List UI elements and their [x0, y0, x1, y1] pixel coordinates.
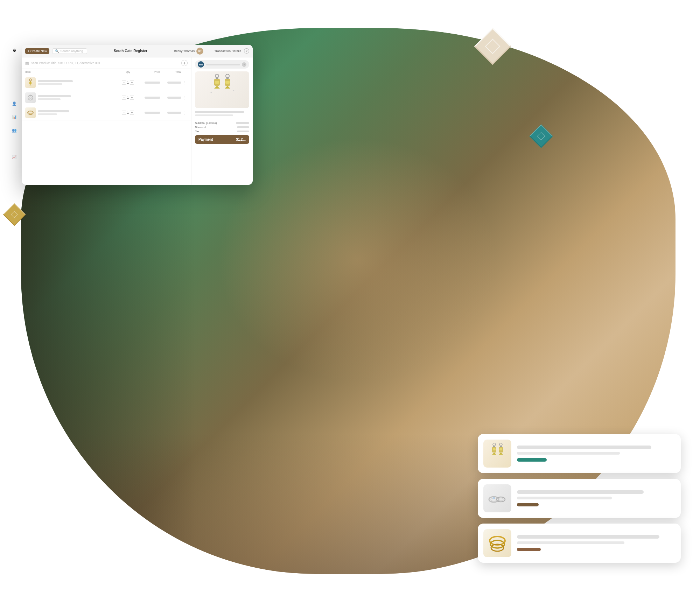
search-icon: 🔍 [55, 49, 59, 53]
svg-rect-17 [225, 81, 230, 84]
sidebar: ⚙ ◉ ▦ ◈ 👤 📊 👥 🏷 📈 [8, 45, 20, 162]
tax-row: Tax [195, 130, 249, 133]
barcode-icon: ▤ [25, 61, 29, 65]
sidebar-icon-customers[interactable]: 👤 [9, 99, 19, 108]
product-card-1[interactable] [478, 434, 681, 473]
svg-rect-2 [29, 82, 31, 84]
svg-rect-29 [499, 448, 502, 450]
card-2-info [517, 490, 675, 506]
svg-marker-30 [499, 453, 503, 455]
svg-point-6 [30, 95, 31, 96]
qty-decrease-btn-1[interactable]: − [122, 80, 126, 85]
svg-point-21 [493, 443, 496, 446]
qty-increase-btn-1[interactable]: + [130, 80, 134, 85]
item-3-text [38, 110, 69, 115]
item-3-info [25, 107, 118, 118]
items-table-header: Item Qty Price Total [22, 69, 191, 75]
tax-label: Tax [195, 130, 199, 133]
table-row: − 1 + ⋮ [22, 75, 191, 90]
sidebar-icon-pos[interactable]: ◉ [9, 59, 19, 69]
svg-point-5 [29, 97, 31, 99]
product-image-display: ✦ ✦ [195, 71, 249, 108]
svg-point-8 [29, 112, 32, 114]
card-2-image [483, 484, 511, 512]
payment-button[interactable]: Payment $1,2... [195, 135, 249, 144]
item-2-menu-btn[interactable]: ⋮ [181, 96, 188, 100]
item-1-text [38, 80, 73, 85]
svg-rect-1 [30, 81, 31, 82]
item-1-total [160, 82, 181, 84]
scan-input-placeholder[interactable]: Scan Product Title, SKU, UPC, ID, Altern… [31, 61, 179, 65]
earring-product-icon: ✦ ✦ [206, 73, 238, 106]
search-input-wrapper: 🔍 Search anything [52, 48, 87, 54]
item-1-info [25, 77, 118, 88]
card-2-badge [517, 503, 539, 506]
items-panel: ▤ Scan Product Title, SKU, UPC, ID, Alte… [22, 57, 191, 185]
qty-increase-btn-2[interactable]: + [130, 96, 134, 100]
search-placeholder: Search anything [60, 49, 83, 53]
qty-decrease-btn-3[interactable]: − [122, 111, 126, 115]
svg-rect-12 [215, 81, 219, 84]
item-3-menu-btn[interactable]: ⋮ [181, 111, 188, 115]
svg-marker-3 [29, 84, 31, 85]
subtotal-row: Subtotal (4 items) [195, 121, 249, 125]
svg-point-9 [215, 74, 219, 78]
svg-point-26 [499, 443, 502, 446]
pos-topbar: + Create New 🔍 Search anything South Gat… [22, 45, 253, 57]
payment-amount: $1,2... [236, 138, 246, 141]
ring-thumbnail-icon [27, 110, 34, 115]
sidebar-icon-settings[interactable]: ⚙ [9, 45, 19, 55]
table-row: − 1 + ⋮ [22, 105, 191, 120]
discount-label: Discount [195, 126, 206, 129]
user-name-label: Becky Thomas [174, 49, 195, 53]
card-3-image [483, 529, 511, 557]
create-new-button[interactable]: + Create New [25, 48, 49, 54]
sidebar-icon-inventory[interactable]: ▦ [9, 72, 19, 82]
svg-marker-13 [214, 86, 220, 89]
item-2-info [25, 92, 118, 103]
sidebar-icon-analytics[interactable]: 📈 [9, 152, 19, 162]
qty-increase-btn-3[interactable]: + [130, 111, 134, 115]
menu-dots-icon[interactable]: ⋯ [205, 49, 209, 53]
col-qty-header: Qty [118, 70, 138, 73]
item-2-qty: − 1 + [118, 96, 138, 100]
remove-customer-btn[interactable]: × [242, 62, 246, 67]
user-section: Becky Thomas BT ⋯ [174, 48, 209, 55]
product-card-3[interactable] [478, 524, 681, 563]
item-1-thumbnail [25, 77, 36, 88]
item-3-qty: − 1 + [118, 111, 138, 115]
earring-thumbnail-icon [27, 78, 34, 87]
user-avatar[interactable]: BT [196, 48, 203, 55]
sidebar-icon-team[interactable]: 👥 [9, 125, 19, 135]
sidebar-icon-orders[interactable]: ◈ [9, 85, 19, 95]
necklace-thumbnail-icon [27, 94, 34, 101]
svg-text:✦: ✦ [210, 91, 212, 94]
product-card-2[interactable] [478, 479, 681, 518]
card-earring-icon [488, 443, 507, 464]
item-1-price [138, 82, 160, 84]
svg-marker-18 [225, 86, 230, 89]
svg-rect-24 [493, 448, 496, 450]
item-3-total [160, 112, 181, 114]
svg-point-4 [28, 95, 33, 100]
card-3-badge [517, 548, 541, 551]
col-item-header: Item [25, 70, 118, 73]
card-rings-icon [487, 491, 508, 506]
item-1-menu-btn[interactable]: ⋮ [181, 81, 188, 85]
card-1-badge [517, 458, 547, 462]
card-3-info [517, 535, 675, 551]
qty-decrease-btn-2[interactable]: − [122, 96, 126, 100]
sidebar-icon-reports[interactable]: 📊 [9, 112, 19, 122]
discount-row: Discount [195, 126, 249, 129]
help-button[interactable]: ? [244, 48, 249, 54]
svg-point-34 [497, 497, 505, 502]
sidebar-icon-tags[interactable]: 🏷 [9, 139, 19, 148]
scan-bar: ▤ Scan Product Title, SKU, UPC, ID, Alte… [22, 57, 191, 69]
add-item-button[interactable]: + [181, 60, 188, 66]
svg-point-0 [29, 79, 31, 81]
item-2-text [38, 95, 71, 100]
pos-panel: + Create New 🔍 Search anything South Gat… [22, 45, 253, 185]
card-1-image [483, 440, 511, 468]
product-cards-container [478, 434, 681, 563]
svg-rect-22 [493, 446, 495, 447]
